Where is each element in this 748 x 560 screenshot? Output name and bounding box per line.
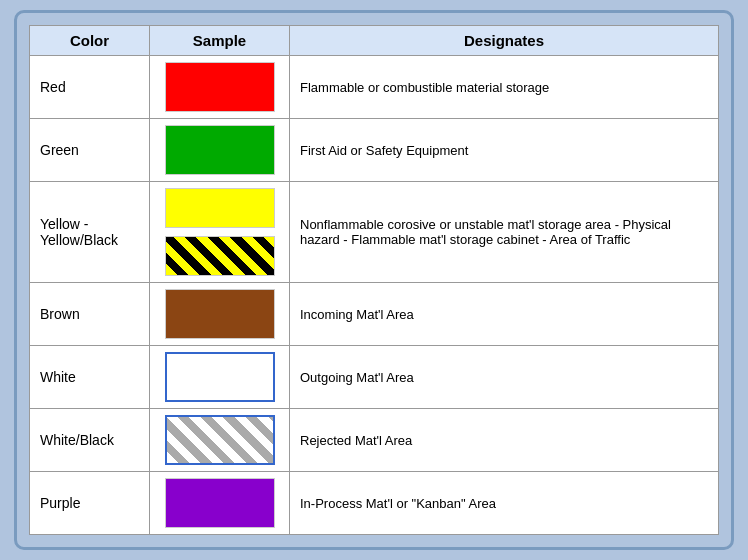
table-row: Red Flammable or combustible material st…: [30, 56, 719, 119]
designates-white: Outgoing Mat'l Area: [290, 346, 719, 409]
sample-yellow-black: [165, 236, 275, 276]
table-row: Brown Incoming Mat'l Area: [30, 283, 719, 346]
sample-white: [165, 352, 275, 402]
color-name-green: Green: [30, 119, 150, 182]
sample-yellow: [165, 188, 275, 228]
sample-cell-red: [150, 56, 290, 119]
designates-purple: In-Process Mat'l or "Kanban" Area: [290, 472, 719, 535]
sample-green: [165, 125, 275, 175]
sample-cell-green: [150, 119, 290, 182]
header-color: Color: [30, 26, 150, 56]
header-sample: Sample: [150, 26, 290, 56]
table-row: White Outgoing Mat'l Area: [30, 346, 719, 409]
sample-purple: [165, 478, 275, 528]
sample-cell-white-black: [150, 409, 290, 472]
sample-red: [165, 62, 275, 112]
sample-cell-white: [150, 346, 290, 409]
sample-cell-brown: [150, 283, 290, 346]
designates-brown: Incoming Mat'l Area: [290, 283, 719, 346]
sample-cell-yellow: [150, 182, 290, 283]
color-name-purple: Purple: [30, 472, 150, 535]
designates-yellow: Nonflammable corosive or unstable mat'l …: [290, 182, 719, 283]
color-name-red: Red: [30, 56, 150, 119]
table-row: Yellow - Yellow/Black Nonflammable coros…: [30, 182, 719, 283]
table-row: White/Black Rejected Mat'l Area: [30, 409, 719, 472]
designates-white-black: Rejected Mat'l Area: [290, 409, 719, 472]
color-name-brown: Brown: [30, 283, 150, 346]
sample-cell-purple: [150, 472, 290, 535]
yellow-stack: [160, 188, 279, 276]
designates-red: Flammable or combustible material storag…: [290, 56, 719, 119]
color-name-white: White: [30, 346, 150, 409]
color-table: Color Sample Designates Red Flammable or…: [29, 25, 719, 535]
header-designates: Designates: [290, 26, 719, 56]
designates-green: First Aid or Safety Equipment: [290, 119, 719, 182]
sample-brown: [165, 289, 275, 339]
color-name-white-black: White/Black: [30, 409, 150, 472]
color-name-yellow: Yellow - Yellow/Black: [30, 182, 150, 283]
sample-white-black: [165, 415, 275, 465]
table-row: Purple In-Process Mat'l or "Kanban" Area: [30, 472, 719, 535]
main-panel: Color Sample Designates Red Flammable or…: [14, 10, 734, 550]
table-row: Green First Aid or Safety Equipment: [30, 119, 719, 182]
